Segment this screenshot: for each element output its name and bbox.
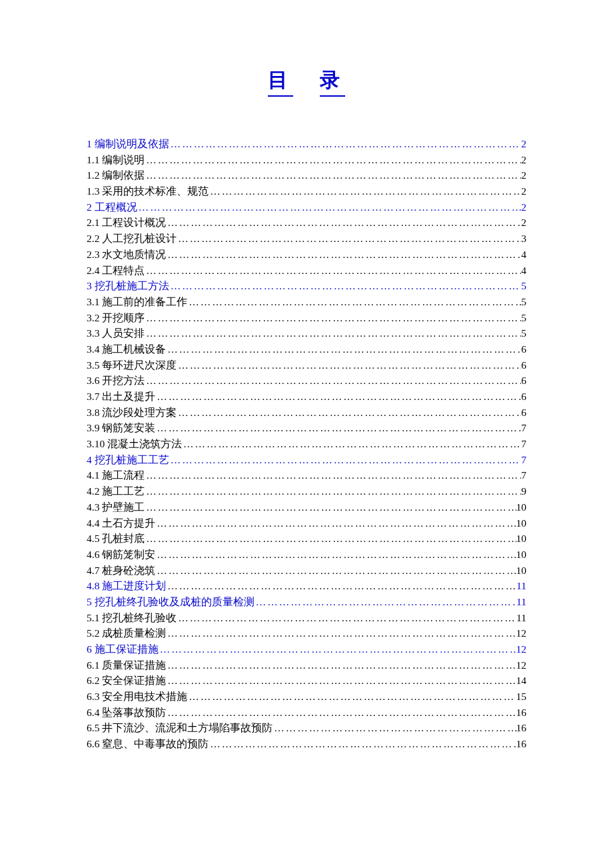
toc-entry[interactable]: 4.6 钢筋笼制安……………………………………………………………………………………	[87, 547, 526, 562]
toc-entry[interactable]: 3.3 人员安排………………………………………………………………………………………	[87, 326, 526, 341]
toc-entry-page: 3	[521, 231, 526, 246]
toc-entry-page: 10	[516, 516, 527, 531]
toc-entry[interactable]: 4.1 施工流程………………………………………………………………………………………	[87, 468, 526, 483]
toc-entry[interactable]: 3 挖孔桩施工方法……………………………………………………………………………………	[87, 279, 526, 293]
toc-leader-dots: ……………………………………………………………………………………………………………	[187, 689, 516, 704]
toc-entry[interactable]: 5.1 挖孔桩终孔验收………………………………………………………………………………	[87, 611, 526, 625]
toc-entry[interactable]: 3.2 开挖顺序………………………………………………………………………………………	[87, 311, 526, 325]
toc-entry-page: 12	[516, 658, 527, 673]
toc-entry-page: 4	[521, 263, 526, 278]
toc-entry[interactable]: 1.2 编制依据………………………………………………………………………………………	[87, 168, 526, 183]
toc-leader-dots: ……………………………………………………………………………………………………………	[166, 626, 516, 641]
toc-entry-label: 3.1 施工前的准备工作	[87, 295, 187, 309]
toc-entry[interactable]: 3.9 钢筋笼安装……………………………………………………………………………………	[87, 421, 526, 435]
toc-entry[interactable]: 2.2 人工挖孔桩设计………………………………………………………………………………	[87, 231, 526, 246]
toc-entry[interactable]: 3.6 开挖方法………………………………………………………………………………………	[87, 373, 526, 388]
toc-entry[interactable]: 6.6 窒息、中毒事故的预防………………………………………………………………………	[87, 737, 526, 751]
toc-entry-label: 5.2 成桩质量检测	[87, 626, 166, 641]
toc-entry[interactable]: 5 挖孔桩终孔验收及成桩的质量检测………………………………………………………………	[87, 595, 526, 609]
toc-leader-dots: ……………………………………………………………………………………………………………	[145, 484, 521, 499]
toc-entry[interactable]: 2.4 工程特点………………………………………………………………………………………	[87, 263, 526, 278]
toc-leader-dots: ……………………………………………………………………………………………………………	[145, 531, 516, 546]
toc-leader-dots: ……………………………………………………………………………………………………………	[166, 342, 521, 357]
toc-entry[interactable]: 3.5 每环进尺次深度………………………………………………………………………………	[87, 358, 526, 373]
toc-entry[interactable]: 6.4 坠落事故预防…………………………………………………………………………………	[87, 705, 526, 720]
toc-leader-dots: ……………………………………………………………………………………………………………	[145, 311, 521, 325]
toc-entry-label: 3.4 施工机械设备	[87, 342, 166, 357]
toc-entry[interactable]: 3.10 混凝土浇筑方法……………………………………………………………………………	[87, 437, 526, 451]
toc-entry[interactable]: 6.1 质量保证措施…………………………………………………………………………………	[87, 658, 526, 673]
toc-entry[interactable]: 3.8 流沙段处理方案………………………………………………………………………………	[87, 405, 526, 420]
toc-leader-dots: ……………………………………………………………………………………………………………	[166, 673, 516, 688]
toc-entry-page: 6	[521, 373, 526, 388]
toc-entry-label: 4.5 孔桩封底	[87, 531, 145, 546]
toc-title: 目录	[87, 67, 526, 97]
toc-entry-label: 6 施工保证措施	[87, 642, 159, 657]
toc-leader-dots: ……………………………………………………………………………………………………………	[155, 421, 521, 435]
toc-entry-page: 7	[521, 453, 526, 467]
toc-entry-page: 6	[521, 405, 526, 420]
toc-leader-dots: ……………………………………………………………………………………………………………	[166, 705, 516, 720]
toc-entry[interactable]: 4 挖孔桩施工工艺……………………………………………………………………………………	[87, 453, 526, 467]
toc-entry[interactable]: 3.1 施工前的准备工作……………………………………………………………………………	[87, 295, 526, 309]
toc-entry-page: 9	[521, 484, 526, 499]
toc-entry-label: 4.2 施工工艺	[87, 484, 145, 499]
toc-entry-label: 4.7 桩身砼浇筑	[87, 563, 155, 578]
toc-leader-dots: ……………………………………………………………………………………………………………	[155, 547, 516, 562]
toc-entry[interactable]: 1.1 编制说明………………………………………………………………………………………	[87, 153, 526, 167]
toc-entry[interactable]: 4.4 土石方提升……………………………………………………………………………………	[87, 516, 526, 531]
toc-entry-label: 2.3 水文地质情况	[87, 247, 166, 262]
table-of-contents: 1 编制说明及依据……………………………………………………………………………………	[87, 137, 526, 751]
toc-entry-page: 7	[521, 468, 526, 483]
toc-leader-dots: ……………………………………………………………………………………………………………	[145, 500, 516, 515]
toc-entry-label: 6.1 质量保证措施	[87, 658, 166, 673]
toc-entry-page: 2	[521, 153, 526, 167]
toc-entry-label: 4.8 施工进度计划	[87, 579, 166, 593]
toc-entry-label: 1.2 编制依据	[87, 168, 145, 183]
toc-entry[interactable]: 5.2 成桩质量检测…………………………………………………………………………………	[87, 626, 526, 641]
toc-entry[interactable]: 3.4 施工机械设备…………………………………………………………………………………	[87, 342, 526, 357]
toc-entry-label: 2.2 人工挖孔桩设计	[87, 231, 177, 246]
toc-leader-dots: ……………………………………………………………………………………………………………	[159, 642, 516, 657]
toc-entry[interactable]: 1 编制说明及依据……………………………………………………………………………………	[87, 137, 526, 151]
toc-entry-label: 6.5 井下流沙、流泥和土方塌陷事故预防	[87, 721, 273, 735]
toc-entry-label: 3.5 每环进尺次深度	[87, 358, 177, 373]
toc-entry-page: 5	[521, 279, 526, 293]
toc-entry[interactable]: 6 施工保证措施………………………………………………………………………………………	[87, 642, 526, 657]
toc-entry[interactable]: 3.7 出土及提升……………………………………………………………………………………	[87, 389, 526, 404]
toc-leader-dots: ……………………………………………………………………………………………………………	[177, 611, 516, 625]
toc-entry[interactable]: 6.2 安全保证措施…………………………………………………………………………………	[87, 673, 526, 688]
toc-entry-page: 7	[521, 437, 526, 451]
toc-entry[interactable]: 4.8 施工进度计划…………………………………………………………………………………	[87, 579, 526, 593]
toc-entry-page: 2	[521, 168, 526, 183]
toc-entry[interactable]: 4.7 桩身砼浇筑……………………………………………………………………………………	[87, 563, 526, 578]
toc-entry-page: 7	[521, 421, 526, 435]
toc-entry[interactable]: 4.5 孔桩封底………………………………………………………………………………………	[87, 531, 526, 546]
toc-leader-dots: ……………………………………………………………………………………………………………	[145, 168, 521, 183]
toc-entry-label: 2 工程概况	[87, 200, 137, 215]
toc-entry[interactable]: 2 工程概况……………………………………………………………………………………………	[87, 200, 526, 215]
toc-entry-page: 4	[521, 247, 526, 262]
toc-leader-dots: ……………………………………………………………………………………………………………	[155, 516, 516, 531]
toc-entry-page: 5	[521, 311, 526, 325]
toc-entry-page: 2	[521, 184, 526, 199]
toc-entry[interactable]: 4.3 护壁施工………………………………………………………………………………………	[87, 500, 526, 515]
toc-leader-dots: ……………………………………………………………………………………………………………	[166, 579, 516, 593]
toc-entry[interactable]: 1.3 采用的技术标准、规范………………………………………………………………………	[87, 184, 526, 199]
toc-leader-dots: ……………………………………………………………………………………………………………	[145, 373, 521, 388]
toc-leader-dots: ……………………………………………………………………………………………………………	[169, 279, 522, 293]
toc-entry-label: 5 挖孔桩终孔验收及成桩的质量检测	[87, 595, 255, 609]
toc-entry-label: 3.10 混凝土浇筑方法	[87, 437, 182, 451]
toc-entry[interactable]: 4.2 施工工艺………………………………………………………………………………………	[87, 484, 526, 499]
toc-leader-dots: ……………………………………………………………………………………………………………	[137, 200, 522, 215]
toc-entry[interactable]: 2.3 水文地质情况…………………………………………………………………………………	[87, 247, 526, 262]
toc-entry-label: 4.1 施工流程	[87, 468, 145, 483]
toc-entry[interactable]: 6.5 井下流沙、流泥和土方塌陷事故预防………………………………………………………	[87, 721, 526, 735]
toc-entry-label: 2.1 工程设计概况	[87, 215, 166, 230]
toc-entry-page: 10	[516, 563, 527, 578]
toc-entry[interactable]: 6.3 安全用电技术措施……………………………………………………………………………	[87, 689, 526, 704]
toc-entry[interactable]: 2.1 工程设计概况…………………………………………………………………………………	[87, 215, 526, 230]
toc-entry-label: 2.4 工程特点	[87, 263, 145, 278]
toc-entry-page: 11	[516, 579, 526, 593]
toc-leader-dots: ……………………………………………………………………………………………………………	[166, 215, 521, 230]
